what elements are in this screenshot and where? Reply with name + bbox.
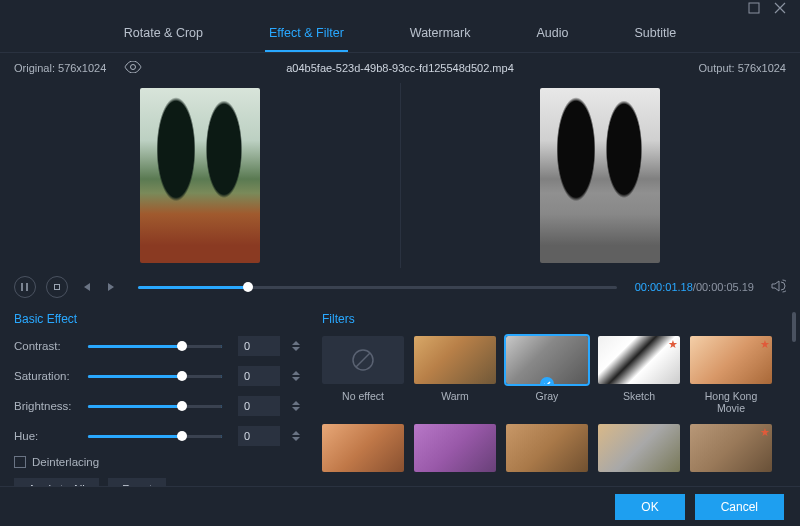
svg-line-4	[356, 353, 370, 367]
filter-sketch[interactable]: ★	[598, 336, 680, 384]
stop-button[interactable]	[46, 276, 68, 298]
original-thumbnail	[140, 88, 260, 263]
saturation-value[interactable]: 0	[238, 366, 280, 386]
svg-rect-0	[749, 3, 759, 13]
check-icon	[540, 377, 554, 384]
svg-rect-2	[55, 285, 60, 290]
contrast-down[interactable]	[292, 347, 300, 351]
volume-icon[interactable]	[770, 278, 786, 297]
saturation-down[interactable]	[292, 377, 300, 381]
prev-frame-button[interactable]	[78, 279, 94, 295]
filter-warm[interactable]	[414, 336, 496, 384]
hue-up[interactable]	[292, 431, 300, 435]
no-effect-icon	[350, 347, 376, 373]
hue-slider[interactable]	[88, 435, 222, 438]
output-dimensions: Output: 576x1024	[699, 62, 786, 74]
brightness-label: Brightness:	[14, 400, 78, 412]
filter-label-hk: Hong Kong Movie	[690, 390, 772, 414]
preview-original	[0, 83, 401, 268]
filter-label-no-effect: No effect	[322, 390, 404, 402]
filter-row2-5[interactable]: ★	[690, 424, 772, 472]
star-icon: ★	[668, 338, 678, 351]
original-dimensions: Original: 576x1024	[14, 62, 106, 74]
filter-gray[interactable]	[506, 336, 588, 384]
brightness-up[interactable]	[292, 401, 300, 405]
filters-title: Filters	[322, 312, 786, 326]
filename: a04b5fae-523d-49b8-93cc-fd125548d502.mp4	[286, 62, 514, 74]
deinterlacing-checkbox[interactable]	[14, 456, 26, 468]
contrast-label: Contrast:	[14, 340, 78, 352]
filter-hong-kong-movie[interactable]: ★	[690, 336, 772, 384]
timeline-slider[interactable]	[138, 286, 617, 289]
tab-rotate-crop[interactable]: Rotate & Crop	[120, 26, 207, 52]
contrast-slider[interactable]	[88, 345, 222, 348]
pause-button[interactable]	[14, 276, 36, 298]
filter-row2-3[interactable]	[506, 424, 588, 472]
filters-scrollbar[interactable]	[792, 312, 796, 342]
brightness-value[interactable]: 0	[238, 396, 280, 416]
hue-down[interactable]	[292, 437, 300, 441]
cancel-button[interactable]: Cancel	[695, 494, 784, 520]
maximize-icon[interactable]	[748, 2, 760, 17]
filter-no-effect[interactable]	[322, 336, 404, 384]
tab-effect-filter[interactable]: Effect & Filter	[265, 26, 348, 52]
time-display: 00:00:01.18/00:00:05.19	[635, 281, 754, 293]
saturation-label: Saturation:	[14, 370, 78, 382]
contrast-value[interactable]: 0	[238, 336, 280, 356]
basic-effect-title: Basic Effect	[14, 312, 304, 326]
deinterlacing-label: Deinterlacing	[32, 456, 99, 468]
tab-watermark[interactable]: Watermark	[406, 26, 475, 52]
ok-button[interactable]: OK	[615, 494, 684, 520]
star-icon: ★	[760, 338, 770, 351]
output-thumbnail	[540, 88, 660, 263]
filter-label-gray: Gray	[506, 390, 588, 402]
tabs: Rotate & Crop Effect & Filter Watermark …	[0, 18, 800, 53]
filter-row2-1[interactable]	[322, 424, 404, 472]
tab-audio[interactable]: Audio	[532, 26, 572, 52]
saturation-slider[interactable]	[88, 375, 222, 378]
hue-value[interactable]: 0	[238, 426, 280, 446]
filter-row2-4[interactable]	[598, 424, 680, 472]
filter-row2-2[interactable]	[414, 424, 496, 472]
close-icon[interactable]	[774, 2, 786, 17]
star-icon: ★	[760, 426, 770, 439]
hue-label: Hue:	[14, 430, 78, 442]
brightness-slider[interactable]	[88, 405, 222, 408]
contrast-up[interactable]	[292, 341, 300, 345]
tab-subtitle[interactable]: Subtitle	[630, 26, 680, 52]
brightness-down[interactable]	[292, 407, 300, 411]
filter-label-sketch: Sketch	[598, 390, 680, 402]
svg-point-1	[131, 65, 136, 70]
filter-label-warm: Warm	[414, 390, 496, 402]
eye-icon[interactable]	[124, 61, 142, 75]
preview-output	[401, 83, 801, 268]
next-frame-button[interactable]	[104, 279, 120, 295]
saturation-up[interactable]	[292, 371, 300, 375]
